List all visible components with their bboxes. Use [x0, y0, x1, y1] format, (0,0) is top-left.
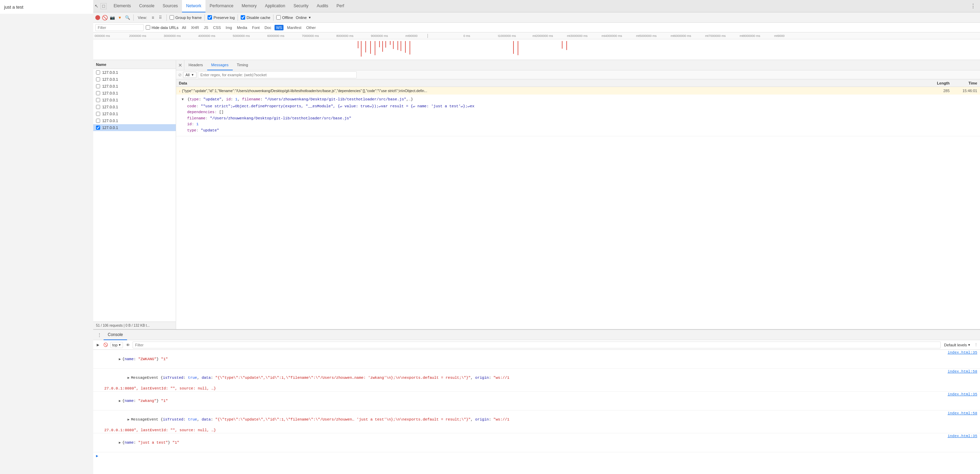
- data-table-header: Data Length Time: [176, 79, 980, 87]
- expand-icon-5[interactable]: ▶: [119, 440, 121, 445]
- console-filter-input[interactable]: [133, 341, 941, 349]
- filter-input[interactable]: [95, 24, 144, 31]
- detail-tab-headers[interactable]: Headers: [185, 60, 207, 70]
- message-detail: ▼ {type: "update", id: 1, filename: "/Us…: [176, 95, 980, 136]
- filter-type-ws[interactable]: WS: [275, 25, 283, 30]
- console-source-2a[interactable]: index.html:58: [948, 369, 977, 387]
- console-line-4: ▶MessageEvent {isTrusted: true, data: "{…: [93, 411, 980, 434]
- tab-performance[interactable]: Performance: [205, 0, 237, 13]
- request-item-3[interactable]: 127.0.0.1: [93, 90, 176, 97]
- console-right-icon[interactable]: ⋮: [974, 342, 978, 347]
- offline-checkbox[interactable]: Offline: [276, 15, 293, 20]
- tab-memory[interactable]: Memory: [237, 0, 261, 13]
- console-eye-button[interactable]: 👁: [125, 342, 130, 348]
- expand-icon-4[interactable]: ▶: [127, 417, 129, 422]
- request-item-1[interactable]: 127.0.0.1: [93, 76, 176, 83]
- request-list-panel: Name 127.0.0.1127.0.0.1127.0.0.1127.0.0.…: [93, 60, 176, 329]
- page-title: just a test: [4, 5, 24, 10]
- expand-arrow-icon[interactable]: ▼: [181, 97, 184, 103]
- request-item-7[interactable]: 127.0.0.1: [93, 117, 176, 124]
- view-grid-icon[interactable]: ⠿: [158, 14, 164, 21]
- console-source-4a[interactable]: index.html:58: [948, 411, 977, 428]
- console-line-3: ▶{name: "zwkang"} "1" index.html:35: [93, 392, 980, 411]
- message-length: 285: [929, 89, 950, 93]
- messages-filter-input[interactable]: [198, 71, 357, 78]
- message-text: {"type":"update","id":1,"filename":"/Use…: [182, 89, 929, 93]
- tab-console-bottom[interactable]: Console: [103, 330, 127, 340]
- filter-type-all[interactable]: All: [181, 25, 188, 30]
- console-play-button[interactable]: ▶: [95, 342, 101, 348]
- hide-data-urls-checkbox[interactable]: Hide data URLs: [146, 25, 178, 30]
- cursor-icon[interactable]: ↖: [95, 3, 99, 9]
- request-item-6[interactable]: 127.0.0.1: [93, 110, 176, 117]
- filter-type-img[interactable]: Img: [224, 25, 234, 30]
- detail-close-button[interactable]: ✕: [176, 60, 185, 70]
- tab-sources[interactable]: Sources: [159, 0, 182, 13]
- console-line-content-3: ▶{name: "zwkang"} "1": [96, 392, 945, 409]
- toolbar-divider-3: [204, 14, 205, 21]
- disable-cache-checkbox[interactable]: Disable cache: [241, 15, 270, 20]
- main-content: Name 127.0.0.1127.0.0.1127.0.0.1127.0.0.…: [93, 60, 980, 329]
- tab-security[interactable]: Security: [290, 0, 312, 13]
- tab-elements[interactable]: Elements: [110, 0, 135, 13]
- filter-type-css[interactable]: CSS: [212, 25, 223, 30]
- clear-button[interactable]: 🚫: [102, 14, 108, 21]
- timeline-area: 000000 ms 2000000 ms 3000000 ms 4000000 …: [93, 32, 980, 60]
- console-source-5[interactable]: index.html:35: [948, 434, 977, 438]
- console-clear-button[interactable]: 🚫: [103, 342, 108, 348]
- view-list-icon[interactable]: ≡: [150, 14, 156, 21]
- filter-type-font[interactable]: Font: [251, 25, 261, 30]
- tab-audits[interactable]: Audits: [312, 0, 332, 13]
- tab-console[interactable]: Console: [135, 0, 159, 13]
- filter-icon[interactable]: ▼: [117, 14, 123, 21]
- more-options-icon[interactable]: ⋮: [970, 3, 976, 10]
- message-row[interactable]: ↓ {"type":"update","id":1,"filename":"/U…: [176, 87, 980, 136]
- console-area: ⋮ Console ▶ 🚫 top ▼ 👁 Default levels ▼ ⋮: [93, 329, 980, 474]
- tab-perf[interactable]: Perf: [332, 0, 348, 13]
- preserve-log-checkbox[interactable]: Preserve log: [208, 15, 235, 20]
- tab-network[interactable]: Network: [182, 0, 205, 13]
- expand-icon-2[interactable]: ▶: [127, 375, 129, 380]
- detail-tab-messages[interactable]: Messages: [207, 60, 233, 70]
- all-filter-button[interactable]: All ▼: [183, 72, 196, 78]
- console-context-select[interactable]: top ▼: [110, 342, 123, 348]
- inspect-icon[interactable]: □: [100, 3, 107, 10]
- group-by-frame-checkbox[interactable]: Group by frame: [170, 15, 202, 20]
- timeline-chart[interactable]: [93, 39, 980, 60]
- dropdown-arrow-icon[interactable]: ▼: [308, 16, 311, 19]
- request-item-0[interactable]: 127.0.0.1: [93, 69, 176, 76]
- console-dots-button[interactable]: ⋮: [95, 331, 103, 339]
- request-item-4[interactable]: 127.0.0.1: [93, 97, 176, 103]
- console-level-button[interactable]: Default levels ▼: [943, 342, 972, 348]
- console-line-content-4: ▶MessageEvent {isTrusted: true, data: "{…: [96, 411, 945, 428]
- devtools-tab-bar: ↖ □ Elements Console Sources Network Per…: [93, 0, 980, 13]
- search-button[interactable]: 🔍: [124, 14, 130, 21]
- block-icon[interactable]: ⊘: [178, 73, 181, 77]
- request-item-2[interactable]: 127.0.0.1: [93, 83, 176, 90]
- request-item-5[interactable]: 127.0.0.1: [93, 103, 176, 110]
- console-source-1[interactable]: index.html:35: [948, 350, 977, 355]
- console-source-3[interactable]: index.html:35: [948, 392, 977, 396]
- filter-type-xhr[interactable]: XHR: [189, 25, 200, 30]
- camera-button[interactable]: 📷: [109, 14, 115, 21]
- request-item-8[interactable]: 127.0.0.1: [93, 124, 176, 131]
- expand-icon-1[interactable]: ▶: [119, 357, 121, 362]
- filter-type-doc[interactable]: Doc: [263, 25, 273, 30]
- prompt-arrow-icon: ▶: [96, 453, 99, 458]
- record-button[interactable]: [95, 15, 100, 20]
- console-prompt[interactable]: ▶: [93, 452, 980, 460]
- filter-type-js[interactable]: JS: [202, 25, 210, 30]
- filter-type-other[interactable]: Other: [305, 25, 317, 30]
- message-row-header[interactable]: ↓ {"type":"update","id":1,"filename":"/U…: [176, 87, 980, 95]
- filter-type-media[interactable]: Media: [235, 25, 249, 30]
- filter-type-manifest[interactable]: Manifest: [286, 25, 303, 30]
- detail-tab-timing[interactable]: Timing: [233, 60, 253, 70]
- tab-application[interactable]: Application: [261, 0, 290, 13]
- expand-icon-3[interactable]: ▶: [119, 398, 121, 404]
- devtools-panel: ↖ □ Elements Console Sources Network Per…: [93, 0, 980, 474]
- console-line-4-cont: 27.0.0.1:8080", lastEventId: "", source:…: [96, 428, 216, 432]
- detail-tabs: ✕ Headers Messages Timing: [176, 60, 980, 70]
- message-detail-summary[interactable]: ▼ {type: "update", id: 1, filename: "/Us…: [181, 97, 974, 103]
- message-detail-id: id: 1: [181, 121, 974, 128]
- message-detail-code: code: ""use strict";↵Object.defineProper…: [181, 103, 974, 110]
